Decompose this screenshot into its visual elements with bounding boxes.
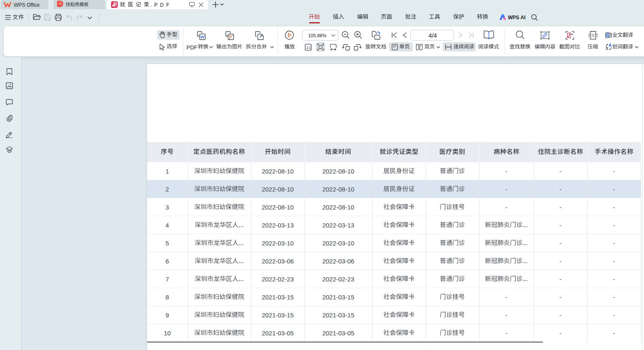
svg-text:1: 1 [309, 45, 311, 49]
